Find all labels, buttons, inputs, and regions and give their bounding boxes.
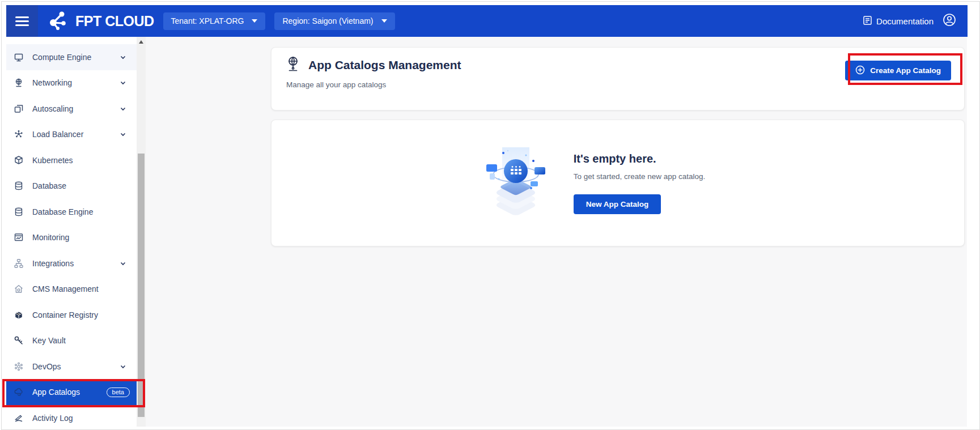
chevron-down-icon xyxy=(120,131,130,138)
sidebar-item-container-registry[interactable]: Container Registry xyxy=(6,302,137,328)
menu-toggle-button[interactable] xyxy=(6,5,38,37)
layers-icon xyxy=(13,104,24,114)
molecule-logo-icon xyxy=(46,8,71,33)
chevron-down-icon xyxy=(381,19,387,23)
page-title: App Catalogs Management xyxy=(308,58,461,72)
chevron-down-icon xyxy=(120,105,130,112)
documentation-label: Documentation xyxy=(876,16,934,26)
app-window: FPT CLOUD Tenant: XPLAT-ORG Region: Saig… xyxy=(1,1,980,430)
create-button-label: Create App Catalog xyxy=(870,66,941,75)
sidebar-item-networking[interactable]: Networking xyxy=(6,70,137,96)
activity-icon xyxy=(13,413,24,423)
globe-icon xyxy=(13,78,24,88)
database-icon xyxy=(13,181,24,191)
user-account-icon[interactable] xyxy=(943,13,956,29)
top-navigation-bar: FPT CLOUD Tenant: XPLAT-ORG Region: Saig… xyxy=(6,5,968,37)
tenant-selector[interactable]: Tenant: XPLAT-ORG xyxy=(163,12,266,30)
scrollbar-thumb[interactable] xyxy=(138,154,145,417)
sidebar-item-key-vault[interactable]: Key Vault xyxy=(6,328,137,354)
sidebar-item-load-balancer[interactable]: Load Balancer xyxy=(6,122,137,148)
key-icon xyxy=(13,335,24,346)
sidebar-item-devops[interactable]: DevOps xyxy=(6,354,137,380)
create-app-catalog-button[interactable]: Create App Catalog xyxy=(845,61,951,80)
sidebar-scrollbar[interactable] xyxy=(137,37,146,427)
chevron-down-icon xyxy=(120,79,130,86)
beta-badge: beta xyxy=(107,388,130,397)
fpt-cloud-logo[interactable]: FPT CLOUD xyxy=(46,8,154,33)
chart-window-icon xyxy=(13,232,24,242)
cloud-sync-icon xyxy=(13,387,24,397)
app-catalog-empty-illustration xyxy=(478,146,553,220)
logo-text: FPT CLOUD xyxy=(75,13,154,29)
sidebar-item-integrations[interactable]: Integrations xyxy=(6,250,137,276)
sidebar-item-cms-management[interactable]: CMS Management xyxy=(6,276,137,303)
empty-state-title: It's empty here. xyxy=(574,152,706,165)
page-subtitle: Manage all your app catalogs xyxy=(286,80,951,89)
tenant-selector-label: Tenant: XPLAT-ORG xyxy=(171,16,244,25)
sidebar-item-monitoring[interactable]: Monitoring xyxy=(6,225,137,251)
sidebar-item-kubernetes[interactable]: Kubernetes xyxy=(6,147,137,173)
nodes-icon xyxy=(13,129,24,139)
plus-circle-icon xyxy=(855,65,865,76)
sidebar-item-app-catalogs[interactable]: App Catalogs beta xyxy=(6,380,137,406)
book-icon xyxy=(863,15,872,27)
database-icon xyxy=(13,207,24,217)
scrollbar-up-arrow[interactable] xyxy=(137,38,146,46)
chevron-down-icon xyxy=(120,54,130,61)
sidebar-item-database[interactable]: Database xyxy=(6,173,137,199)
documentation-link[interactable]: Documentation xyxy=(863,15,934,27)
container-icon xyxy=(13,310,24,320)
new-app-catalog-button[interactable]: New App Catalog xyxy=(574,194,661,214)
sidebar-item-compute-engine[interactable]: Compute Engine xyxy=(6,44,137,70)
empty-state-card: It's empty here. To get started, create … xyxy=(271,120,965,246)
package-icon xyxy=(13,155,24,165)
chevron-down-icon xyxy=(120,363,130,370)
new-button-label: New App Catalog xyxy=(586,200,649,208)
sidebar-item-autoscaling[interactable]: Autoscaling xyxy=(6,96,137,122)
sidebar-item-database-engine[interactable]: Database Engine xyxy=(6,199,137,225)
sidebar-item-activity-log[interactable]: Activity Log xyxy=(6,405,137,427)
hamburger-icon xyxy=(15,16,29,26)
globe-icon xyxy=(285,56,301,75)
region-selector-label: Region: Saigon (Vietnam) xyxy=(282,16,373,25)
region-selector[interactable]: Region: Saigon (Vietnam) xyxy=(274,12,394,30)
home-gear-icon xyxy=(13,284,24,294)
chevron-down-icon xyxy=(252,19,257,23)
main-content-area: App Catalogs Management Manage all your … xyxy=(146,37,967,427)
gear-nodes-icon xyxy=(13,361,24,372)
sidebar-navigation: Compute Engine Networking Autoscaling xyxy=(6,37,137,427)
page-header-card: App Catalogs Management Manage all your … xyxy=(271,47,965,110)
monitor-icon xyxy=(13,52,24,62)
chevron-down-icon xyxy=(120,260,130,267)
empty-state-description: To get started, create new app catalog. xyxy=(574,172,706,181)
sitemap-icon xyxy=(13,258,24,269)
